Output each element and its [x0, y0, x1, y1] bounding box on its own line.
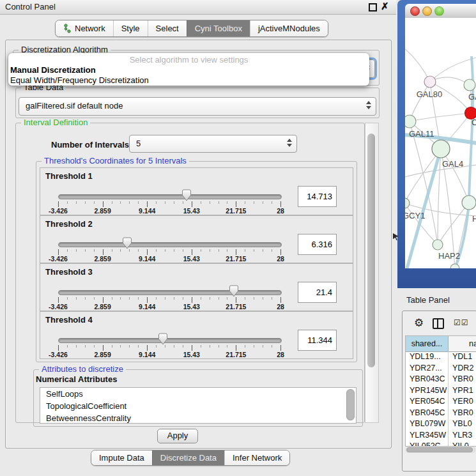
tick-mark: [272, 249, 272, 252]
gal80-node[interactable]: [424, 76, 436, 88]
tick-mark: [174, 345, 174, 348]
algorithm-placeholder-item: Select algorithm to view settings: [8, 54, 369, 65]
hap2-node[interactable]: [433, 240, 443, 250]
cell-shared-name: YBR045C: [410, 408, 445, 419]
threshold-1-value-field[interactable]: [298, 186, 337, 207]
tick-label: 9.144: [139, 351, 155, 358]
table-row[interactable]: YER054CYER0: [406, 396, 476, 408]
numerical-attributes-label: Numerical Attributes: [36, 374, 117, 384]
mac-minimize-button[interactable]: [422, 6, 432, 16]
gal11-node[interactable]: [405, 115, 416, 128]
attribute-item-topologicalcoefficient[interactable]: TopologicalCoefficient: [40, 400, 356, 412]
number-of-intervals-combobox[interactable]: 5: [129, 135, 297, 153]
settings-scrollbar-thumb[interactable]: [367, 134, 375, 367]
network-canvas[interactable]: GAL80GACGAL11GAL4GCY1HHAP2: [405, 18, 476, 268]
float-window-icon[interactable]: [369, 3, 377, 12]
checkboxes-icon[interactable]: ☑☑: [454, 318, 469, 327]
algorithm-option-manual-discretization[interactable]: Manual Discretization: [8, 65, 369, 75]
gal4-node[interactable]: [432, 140, 450, 158]
tick-mark: [219, 345, 219, 348]
tick-mark: [156, 201, 157, 204]
tick-mark: [58, 297, 59, 303]
table-row[interactable]: YDR27...YDR2: [406, 363, 476, 374]
tick-mark: [201, 345, 201, 348]
attributes-list-scrollbar-thumb[interactable]: [346, 389, 355, 420]
thresholds-coordinates-group-title: Threshold's Coordinates for 5 Intervals: [42, 157, 189, 165]
threshold-1-slider-track[interactable]: [58, 194, 282, 199]
threshold-3-slider-thumb[interactable]: [229, 285, 239, 297]
tick-mark: [183, 249, 183, 252]
tick-mark: [138, 345, 139, 348]
tick-mark: [210, 345, 210, 348]
tick-mark: [227, 297, 227, 300]
threshold-3-value-field[interactable]: [298, 282, 337, 303]
threshold-4-slider-thumb[interactable]: [158, 333, 168, 345]
tab-style[interactable]: Style: [113, 20, 148, 36]
tab-impute-data[interactable]: Impute Data: [91, 450, 152, 465]
column-divider: [448, 351, 449, 446]
algorithm-dropdown-popup: Select algorithm to view settings Manual…: [8, 53, 369, 86]
column-header-name[interactable]: na: [469, 336, 476, 351]
close-icon[interactable]: ✗: [381, 1, 389, 12]
cell-shared-name: YDL19...: [410, 351, 441, 363]
tab-label: Select: [156, 24, 179, 33]
table-horizontal-scrollbar[interactable]: [405, 447, 476, 453]
mac-close-button[interactable]: [410, 6, 420, 16]
table-panel-title: Table Panel: [406, 295, 450, 305]
tick-mark: [192, 249, 192, 255]
tick-mark: [183, 201, 183, 204]
tick-mark: [67, 345, 68, 348]
columns-icon[interactable]: [433, 318, 444, 329]
tick-mark: [138, 249, 139, 252]
threshold-2-value-field[interactable]: [298, 234, 337, 255]
threshold-4-value-field[interactable]: [298, 330, 337, 351]
cell-name: YBL0: [452, 418, 472, 430]
table-row[interactable]: YIL052CYIL0: [406, 441, 476, 447]
tab-discretize-data[interactable]: Discretize Data: [152, 450, 224, 465]
screen: Control Panel ✗ NetworkStyleSelectCyni T…: [0, 0, 476, 476]
tick-mark: [210, 201, 210, 204]
top-tab-bar: NetworkStyleSelectCyni ToolboxjActiveMNo…: [55, 20, 328, 37]
table-panel: ⚙ ☑☑ shared... na YDL19...YDL1YDR27...YD…: [402, 311, 476, 472]
apply-button[interactable]: Apply: [157, 429, 198, 443]
settings-scrollbar[interactable]: [365, 123, 379, 423]
tick-mark: [85, 345, 86, 348]
table-row[interactable]: YBL079WYBL0: [406, 418, 476, 430]
table-row[interactable]: YLR345WYLR3: [406, 430, 476, 441]
attribute-item-selfloops[interactable]: SelfLoops: [40, 388, 356, 400]
bottom-node[interactable]: [450, 264, 459, 268]
tick-mark: [254, 297, 254, 300]
tab-cyni-toolbox[interactable]: Cyni Toolbox: [187, 20, 250, 36]
algorithm-option-equal-width-frequency-discretization[interactable]: Equal Width/Frequency Discretization: [8, 75, 369, 86]
tick-mark: [103, 201, 104, 207]
table-row[interactable]: YDL19...YDL1: [406, 351, 476, 363]
threshold-2-slider-track[interactable]: [58, 242, 282, 247]
tick-label: 15.43: [183, 351, 200, 358]
table-horizontal-scrollbar-thumb[interactable]: [406, 447, 473, 452]
tick-mark: [94, 201, 95, 204]
column-header-shared[interactable]: shared...: [406, 336, 449, 351]
attribute-item-betweennesscentrality[interactable]: BetweennessCentrality: [40, 412, 356, 424]
table-data-combobox[interactable]: galFiltered.sif default node: [19, 97, 376, 116]
gear-icon[interactable]: ⚙: [414, 316, 424, 330]
right-node[interactable]: [462, 196, 476, 210]
threshold-1-slider-thumb[interactable]: [181, 189, 192, 201]
top-right-node[interactable]: [464, 79, 475, 91]
numerical-attributes-list[interactable]: SelfLoopsTopologicalCoefficientBetweenne…: [40, 387, 357, 424]
mac-zoom-button[interactable]: [434, 6, 444, 16]
table-row[interactable]: YBR045CYBR0: [406, 408, 476, 419]
threshold-4-slider-track[interactable]: [58, 338, 282, 343]
table-row[interactable]: YPR145WYPR1: [406, 385, 476, 397]
gcy1-node[interactable]: [405, 198, 410, 208]
tick-mark: [112, 345, 112, 348]
table-row[interactable]: YBR043CYBR0: [406, 374, 476, 385]
tick-mark: [120, 201, 121, 204]
tab-network[interactable]: Network: [56, 20, 113, 36]
tab-label: Impute Data: [99, 453, 144, 463]
threshold-2-slider-thumb[interactable]: [122, 237, 132, 249]
tab-jactivemnodules[interactable]: jActiveMNodules: [250, 20, 328, 36]
network-window-titlebar[interactable]: [405, 4, 476, 19]
tab-infer-network[interactable]: Infer Network: [224, 450, 289, 465]
threshold-3-slider-track[interactable]: [58, 290, 282, 295]
tab-select[interactable]: Select: [148, 20, 187, 36]
